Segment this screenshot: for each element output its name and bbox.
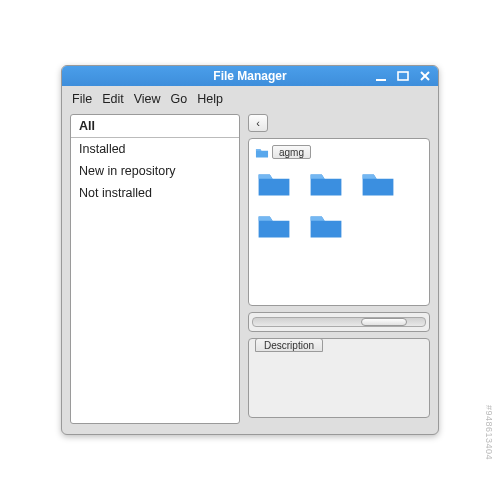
stock-watermark: #948613404 [484, 405, 494, 460]
scrollbar-pane [248, 312, 430, 332]
menu-go[interactable]: Go [171, 92, 188, 106]
category-all[interactable]: All [71, 115, 239, 138]
breadcrumb-current[interactable]: agmg [272, 145, 311, 159]
scrollbar-thumb[interactable] [361, 318, 407, 326]
maximize-button[interactable] [396, 69, 410, 83]
category-new[interactable]: New in repository [71, 160, 239, 182]
menu-edit[interactable]: Edit [102, 92, 124, 106]
svg-rect-1 [398, 72, 408, 80]
folder-grid [255, 165, 423, 243]
folder-item[interactable] [257, 211, 291, 239]
menu-help[interactable]: Help [197, 92, 223, 106]
folder-pane: agmg [248, 138, 430, 306]
horizontal-scrollbar[interactable] [252, 317, 426, 327]
category-installed[interactable]: Installed [71, 138, 239, 160]
close-button[interactable] [418, 69, 432, 83]
folder-item[interactable] [309, 211, 343, 239]
description-tab[interactable]: Description [255, 338, 323, 352]
folder-item[interactable] [309, 169, 343, 197]
folder-item[interactable] [361, 169, 395, 197]
category-list: All Installed New in repository Not inst… [70, 114, 240, 424]
back-button[interactable]: ‹ [248, 114, 268, 132]
menubar: File Edit View Go Help [62, 86, 438, 110]
folder-item[interactable] [257, 169, 291, 197]
menu-view[interactable]: View [134, 92, 161, 106]
app-window: File Manager File Edit View Go Help All … [61, 65, 439, 435]
window-title: File Manager [213, 69, 286, 83]
minimize-button[interactable] [374, 69, 388, 83]
titlebar: File Manager [62, 66, 438, 86]
folder-icon [255, 147, 269, 158]
menu-file[interactable]: File [72, 92, 92, 106]
category-not-installed[interactable]: Not instralled [71, 182, 239, 204]
breadcrumb: agmg [255, 145, 423, 159]
description-pane: Description [248, 338, 430, 418]
